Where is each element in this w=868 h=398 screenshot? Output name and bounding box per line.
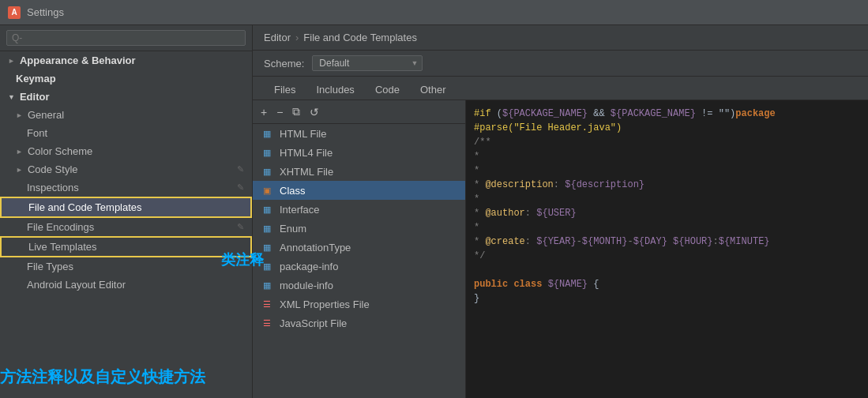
sidebar-item-editor[interactable]: ▼ Editor [0, 88, 252, 106]
search-input[interactable] [6, 30, 246, 46]
template-item-label: Class [280, 185, 306, 197]
arrow-icon: ▼ [8, 93, 15, 101]
sidebar-item-filecodetemplates[interactable]: File and Code Templates [0, 197, 252, 218]
sidebar-item-label: General [28, 109, 64, 121]
template-item-package-info[interactable]: ▦ package-info [253, 257, 465, 276]
template-item-label: XHTML File [280, 166, 333, 178]
title-bar: A Settings [0, 0, 868, 25]
sidebar-item-label: File Types [16, 261, 73, 272]
sidebar-item-codestyle[interactable]: ► Code Style ✎ [0, 160, 252, 178]
template-toolbar: + − ⧉ ↺ [253, 100, 465, 124]
sidebar-item-label: Editor [20, 91, 50, 103]
template-item-label: XML Properties File [280, 298, 370, 310]
scheme-select-wrapper[interactable]: Default Project [312, 55, 423, 71]
sidebar-item-keymap[interactable]: Keymap [0, 69, 252, 88]
template-item-label: AnnotationType [280, 242, 351, 253]
sidebar-item-general[interactable]: ► General [0, 106, 252, 124]
arrow-icon: ► [16, 148, 23, 156]
code-line: * [474, 192, 860, 206]
template-item-html[interactable]: ▦ HTML File [253, 124, 465, 143]
template-item-label: Enum [280, 223, 306, 235]
sidebar-item-label: Font [16, 127, 47, 139]
template-item-xml-properties[interactable]: ☰ XML Properties File [253, 295, 465, 314]
sidebar-item-livetemplates[interactable]: Live Templates [0, 236, 252, 257]
sidebar-item-label: Color Scheme [28, 145, 92, 157]
template-item-enum[interactable]: ▦ Enum [253, 219, 465, 238]
tab-files[interactable]: Files [264, 80, 306, 100]
code-editor: #if (${PACKAGE_NAME} && ${PACKAGE_NAME} … [466, 100, 868, 398]
template-item-label: Interface [280, 204, 320, 216]
sidebar-item-filetypes[interactable]: File Types [0, 257, 252, 276]
sidebar-item-androidlayout[interactable]: Android Layout Editor [0, 276, 252, 294]
file-icon: ▦ [261, 260, 273, 272]
sidebar-item-label: Appearance & Behavior [20, 54, 136, 66]
code-line: * @author: ${USER} [474, 206, 860, 220]
file-icon: ▦ [261, 146, 273, 159]
edit-icon: ✎ [237, 164, 244, 175]
tab-includes[interactable]: Includes [306, 80, 364, 100]
sidebar: ► Appearance & Behavior Keymap ▼ Editor … [0, 25, 253, 398]
add-template-button[interactable]: + [257, 104, 270, 120]
breadcrumb-templates: File and Code Templates [303, 32, 417, 43]
template-area: + − ⧉ ↺ ▦ HTML File ▦ HTML4 File ▦ [253, 100, 868, 398]
app-icon: A [8, 6, 21, 19]
js-icon: ☰ [261, 317, 273, 329]
arrow-icon: ► [16, 111, 23, 119]
file-icon: ▦ [261, 165, 273, 178]
template-list: + − ⧉ ↺ ▦ HTML File ▦ HTML4 File ▦ [253, 100, 466, 398]
code-line: public class ${NAME} { [474, 277, 860, 291]
file-icon: ▦ [261, 127, 273, 140]
template-item-label: JavaScript File [280, 317, 347, 329]
xml-icon: ☰ [261, 298, 273, 310]
code-line: #parse("File Header.java") [474, 121, 860, 135]
sidebar-item-fileencodings[interactable]: File Encodings ✎ [0, 218, 252, 236]
sidebar-item-label: Keymap [8, 73, 56, 84]
template-item-label: package-info [280, 261, 338, 272]
code-line: * [474, 163, 860, 178]
reset-template-button[interactable]: ↺ [306, 104, 322, 120]
file-icon: ▦ [261, 241, 273, 253]
sidebar-item-appearance[interactable]: ► Appearance & Behavior [0, 51, 252, 69]
arrow-icon: ► [8, 57, 15, 65]
template-item-annotationtype[interactable]: ▦ AnnotationType [253, 238, 465, 257]
file-icon: ▦ [261, 203, 273, 216]
template-item-class[interactable]: ▣ Class [253, 181, 465, 200]
sidebar-item-label: File and Code Templates [17, 201, 142, 213]
sidebar-item-font[interactable]: Font [0, 124, 252, 142]
edit-icon: ✎ [237, 222, 244, 232]
sidebar-item-label: Inspections [16, 182, 79, 193]
tab-other[interactable]: Other [410, 80, 457, 100]
tabs-bar: Files Includes Code Other [253, 77, 868, 100]
code-line: * @create: ${YEAR}-${MONTH}-${DAY} ${HOU… [474, 235, 860, 249]
tab-code[interactable]: Code [365, 80, 410, 100]
breadcrumb-editor: Editor [264, 32, 291, 43]
class-icon: ▣ [261, 184, 273, 197]
breadcrumb: Editor › File and Code Templates [253, 25, 868, 51]
scheme-label: Scheme: [264, 58, 304, 69]
copy-template-button[interactable]: ⧉ [289, 103, 303, 120]
breadcrumb-separator: › [295, 32, 299, 43]
title-bar-text: Settings [27, 6, 64, 18]
code-line: * [474, 149, 860, 163]
code-line: * @description: ${description} [474, 178, 860, 192]
template-item-label: module-info [280, 280, 333, 291]
code-line [474, 263, 860, 277]
edit-icon: ✎ [237, 182, 244, 193]
sidebar-item-label: Android Layout Editor [16, 279, 126, 291]
template-item-interface[interactable]: ▦ Interface [253, 200, 465, 219]
remove-template-button[interactable]: − [273, 104, 286, 120]
content-area: Editor › File and Code Templates Scheme:… [253, 25, 868, 398]
template-item-html4[interactable]: ▦ HTML4 File [253, 143, 465, 162]
template-item-label: HTML4 File [280, 147, 333, 159]
sidebar-item-inspections[interactable]: Inspections ✎ [0, 178, 252, 197]
file-icon: ▦ [261, 222, 273, 235]
scheme-select[interactable]: Default Project [312, 55, 423, 71]
sidebar-item-label: Code Style [28, 163, 78, 175]
code-line: */ [474, 249, 860, 263]
sidebar-item-colorscheme[interactable]: ► Color Scheme [0, 142, 252, 160]
template-item-xhtml[interactable]: ▦ XHTML File [253, 162, 465, 181]
template-item-module-info[interactable]: ▦ module-info [253, 276, 465, 295]
template-item-js[interactable]: ☰ JavaScript File [253, 314, 465, 332]
code-line: * [474, 220, 860, 235]
search-bar [0, 25, 252, 51]
